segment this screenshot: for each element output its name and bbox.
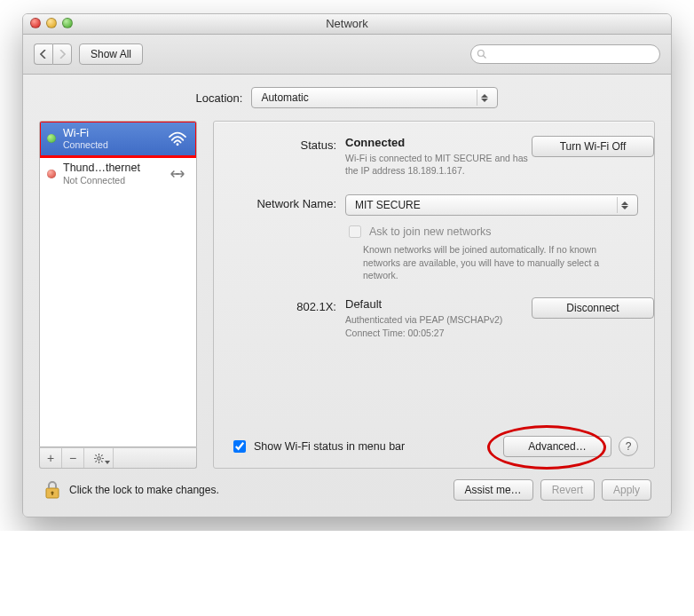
svg-line-8 <box>95 454 97 456</box>
disconnect-button[interactable]: Disconnect <box>532 297 654 319</box>
network-preferences-window: Network Show All Location: Automatic <box>22 13 672 517</box>
dot1x-label: 802.1X: <box>230 297 345 313</box>
gear-icon <box>93 453 105 464</box>
dot1x-value: Default <box>345 297 382 311</box>
location-popup[interactable]: Automatic <box>251 87 498 108</box>
dot1x-auth-text: Authenticated via PEAP (MSCHAPv2) <box>345 313 532 326</box>
dot1x-time-text: Connect Time: 00:05:27 <box>345 327 532 339</box>
svg-line-10 <box>101 454 103 456</box>
popup-arrows-icon <box>617 197 632 213</box>
lock-text: Click the lock to make changes. <box>69 484 219 496</box>
show-all-button[interactable]: Show All <box>79 43 143 65</box>
svg-point-0 <box>478 51 485 57</box>
service-name: Thund…thernet <box>63 162 159 174</box>
search-field[interactable] <box>470 44 660 64</box>
status-description: Wi-Fi is connected to MIT SECURE and has… <box>345 152 532 177</box>
svg-rect-14 <box>51 493 52 495</box>
titlebar: Network <box>23 14 671 35</box>
search-input[interactable] <box>487 47 654 61</box>
service-status: Not Connected <box>63 175 159 186</box>
ask-join-checkbox-row[interactable]: Ask to join new networks <box>345 223 638 241</box>
services-sidebar: Wi-Fi Connected <box>39 121 197 447</box>
minus-icon: − <box>69 451 76 465</box>
service-status: Connected <box>63 139 159 150</box>
sidebar-item-wifi[interactable]: Wi-Fi Connected <box>40 122 196 156</box>
wifi-icon <box>166 130 189 146</box>
plus-icon: + <box>47 451 54 465</box>
ask-join-label: Ask to join new networks <box>369 225 492 238</box>
chevron-down-icon <box>105 461 110 464</box>
detail-panel: Status: Connected Wi-Fi is connected to … <box>213 121 655 469</box>
apply-button[interactable]: Apply <box>602 479 651 501</box>
back-button[interactable] <box>34 43 52 65</box>
status-dot-icon <box>47 170 56 178</box>
network-name-value: MIT SECURE <box>355 199 421 211</box>
ethernet-icon <box>166 166 189 182</box>
help-button[interactable]: ? <box>619 437 638 456</box>
location-label: Location: <box>196 91 243 105</box>
location-value: Automatic <box>261 91 308 104</box>
search-icon <box>477 49 487 59</box>
svg-line-11 <box>95 461 97 462</box>
toolbar: Show All <box>23 35 671 75</box>
close-window-button[interactable] <box>30 18 41 28</box>
chevron-left-icon <box>40 50 47 59</box>
advanced-button[interactable]: Advanced… <box>503 436 611 457</box>
forward-button[interactable] <box>52 43 72 65</box>
sidebar-item-thunderbolt-ethernet[interactable]: Thund…thernet Not Connected <box>40 156 196 191</box>
ask-join-description: Known networks will be joined automatica… <box>363 243 603 281</box>
revert-button[interactable]: Revert <box>540 479 595 501</box>
minimize-window-button[interactable] <box>46 18 57 28</box>
show-status-label: Show Wi-Fi status in menu bar <box>254 440 405 453</box>
lock-icon <box>44 480 60 500</box>
service-name: Wi-Fi <box>63 127 159 139</box>
zoom-window-button[interactable] <box>62 18 73 28</box>
chevron-right-icon <box>59 50 66 59</box>
assist-me-button[interactable]: Assist me… <box>453 479 533 501</box>
network-name-label: Network Name: <box>230 194 345 210</box>
status-label: Status: <box>230 136 345 152</box>
window-title: Network <box>326 17 368 30</box>
svg-line-1 <box>484 56 486 59</box>
wifi-toggle-button[interactable]: Turn Wi-Fi Off <box>532 136 654 157</box>
lock-button[interactable] <box>43 479 62 501</box>
network-name-popup[interactable]: MIT SECURE <box>345 194 638 216</box>
status-dot-icon <box>47 134 56 143</box>
svg-point-3 <box>97 456 99 459</box>
ask-join-checkbox[interactable] <box>349 225 361 238</box>
popup-arrows-icon <box>477 90 492 106</box>
add-service-button[interactable]: + <box>40 448 62 468</box>
svg-line-9 <box>101 461 103 462</box>
status-value: Connected <box>345 136 405 149</box>
show-status-checkbox-row[interactable]: Show Wi-Fi status in menu bar <box>230 438 405 455</box>
svg-point-2 <box>177 144 179 146</box>
show-status-checkbox[interactable] <box>233 440 246 453</box>
service-actions-button[interactable] <box>84 448 114 468</box>
remove-service-button[interactable]: − <box>62 448 84 468</box>
